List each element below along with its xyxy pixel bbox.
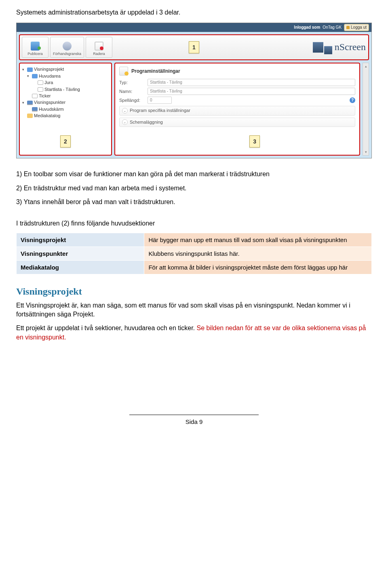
scroll-down-icon[interactable]: ▾: [365, 150, 367, 155]
logo-text: nScreen: [335, 41, 366, 55]
lock-icon: [346, 26, 350, 29]
scrollbar[interactable]: ▴ ▾: [363, 63, 369, 156]
typ-input[interactable]: Startlista - Tävling: [148, 79, 355, 86]
table-cell-label: Visningsprojekt: [17, 233, 144, 247]
logo-square-icon: [313, 42, 323, 53]
scheduling-section[interactable]: ⌄ Schemaläggning: [119, 118, 355, 127]
preview-icon: [63, 42, 72, 51]
tree-arrow-icon: ▾: [27, 74, 31, 79]
tree-arrow-icon: ▾: [22, 67, 26, 72]
specific-settings-section[interactable]: ⌄ Program specifika inställningar: [119, 106, 355, 115]
app-screenshot: Inloggad som OnTag GK Logga ut Publicera…: [16, 23, 372, 158]
section-p1: Ett Visningsprojekt är, kan man säga, so…: [16, 301, 372, 319]
section-heading: Visningsprojekt: [16, 285, 372, 299]
page-icon: [32, 94, 38, 98]
callout-3: 3: [249, 135, 260, 148]
page-icon: [38, 80, 43, 85]
chevron-down-icon: ⌄: [122, 119, 128, 125]
namn-label: Namn:: [119, 89, 148, 95]
intro-text: Systemets administrationsarbetsyta är up…: [16, 8, 372, 17]
scheduling-label: Schemaläggning: [130, 119, 163, 125]
tree-item[interactable]: ▾Visningsprojekt: [22, 66, 109, 72]
app-logo: nScreen: [313, 41, 366, 55]
publish-icon: [31, 42, 40, 51]
chevron-down-icon: ⌄: [122, 108, 128, 114]
list-item-1: 1) En toolbar som visar de funktioner ma…: [16, 170, 372, 179]
table-cell-desc: Här bygger man upp ett manus till vad so…: [144, 233, 372, 247]
table-row: Visningsprojekt Här bygger man upp ett m…: [17, 233, 372, 247]
tree-item-label: Huvudskärm: [39, 106, 64, 112]
table-row: Mediakatalog För att komma åt bilder i v…: [17, 260, 372, 274]
logout-label: Logga ut: [351, 25, 367, 30]
callout-2: 2: [60, 135, 71, 148]
content-title: Programinställningar: [131, 68, 180, 75]
tree-item[interactable]: ▾Huvudarea: [22, 73, 109, 79]
help-icon[interactable]: ?: [350, 97, 355, 103]
toolbar-region: Publicera Förhandsgranska Radera 1 nScre…: [19, 34, 369, 60]
monitor-icon: [27, 101, 33, 105]
tree-item-label: Jura: [44, 80, 53, 86]
spellangd-input[interactable]: 0: [148, 97, 172, 104]
folder-icon: [27, 114, 33, 118]
tree-item[interactable]: ▾Visningspunkter: [22, 99, 109, 105]
settings-page-icon: [119, 67, 128, 76]
monitor-icon: [32, 107, 38, 112]
table-cell-label: Visningspunkter: [17, 247, 144, 260]
logo-square-icon: [324, 46, 332, 54]
sections-table: Visningsprojekt Här bygger man upp ett m…: [16, 233, 372, 274]
page-icon: [38, 87, 43, 92]
publish-label: Publicera: [27, 51, 43, 57]
logout-button[interactable]: Logga ut: [344, 24, 369, 31]
book-icon: [27, 67, 33, 72]
tree-item-label: Huvudarea: [39, 73, 61, 79]
delete-button[interactable]: Radera: [86, 37, 112, 58]
spellangd-label: Spellängd:: [119, 97, 148, 103]
delete-label: Radera: [93, 51, 105, 57]
tree-item-label: Visningsprojekt: [34, 66, 64, 72]
preview-label: Förhandsgranska: [53, 51, 81, 57]
tree-arrow-icon: ▾: [22, 100, 26, 105]
namn-input[interactable]: Startlista - Tävling: [148, 88, 355, 95]
tree-item[interactable]: Jura: [22, 80, 109, 86]
callout-1: 1: [189, 41, 199, 53]
list-item-3: 3) Ytans innehåll beror på vad man valt …: [16, 198, 372, 207]
table-row: Visningspunkter Klubbens visningspunkt l…: [17, 247, 372, 260]
tree-item[interactable]: Startlista - Tävling: [22, 86, 109, 93]
book-icon: [32, 74, 38, 78]
page-number: Sida 9: [16, 417, 372, 426]
preview-button[interactable]: Förhandsgranska: [50, 37, 84, 58]
section-p2: Ett projekt är uppdelat i två sektioner,…: [16, 324, 372, 342]
delete-icon: [95, 42, 103, 51]
tree-sections-intro: I trädstrukturen (2) finns följande huvu…: [16, 219, 372, 228]
tree-item[interactable]: Ticker: [22, 93, 109, 99]
tree-item-label: Mediakatalog: [34, 113, 60, 119]
tree-region: ▾Visningsprojekt▾HuvudareaJuraStartlista…: [19, 63, 112, 156]
footer-rule: [129, 415, 259, 415]
logged-in-label: Inloggad som: [294, 25, 320, 30]
table-cell-desc: För att komma åt bilder i visningsprojek…: [144, 260, 372, 274]
tree-item[interactable]: Huvudskärm: [22, 106, 109, 112]
typ-label: Typ:: [119, 80, 148, 86]
section-p2a: Ett projekt är uppdelat i två sektioner,…: [16, 325, 195, 331]
tree-item-label: Visningspunkter: [34, 99, 65, 105]
tree-item-label: Ticker: [39, 93, 51, 99]
scroll-up-icon[interactable]: ▴: [365, 64, 367, 69]
publish-button[interactable]: Publicera: [22, 37, 48, 58]
table-cell-label: Mediakatalog: [17, 260, 144, 274]
tree-item-label: Startlista - Tävling: [44, 86, 80, 93]
table-cell-desc: Klubbens visningspunkt listas här.: [144, 247, 372, 260]
content-region: Programinställningar Typ: Startlista - T…: [114, 63, 360, 156]
logged-in-user: OnTag GK: [323, 25, 342, 30]
specific-settings-label: Program specifika inställningar: [130, 107, 190, 114]
status-bar: Inloggad som OnTag GK Logga ut: [17, 23, 371, 32]
tree-item[interactable]: Mediakatalog: [22, 113, 109, 119]
list-item-2: 2) En trädstruktur med vad man kan arbet…: [16, 184, 372, 193]
